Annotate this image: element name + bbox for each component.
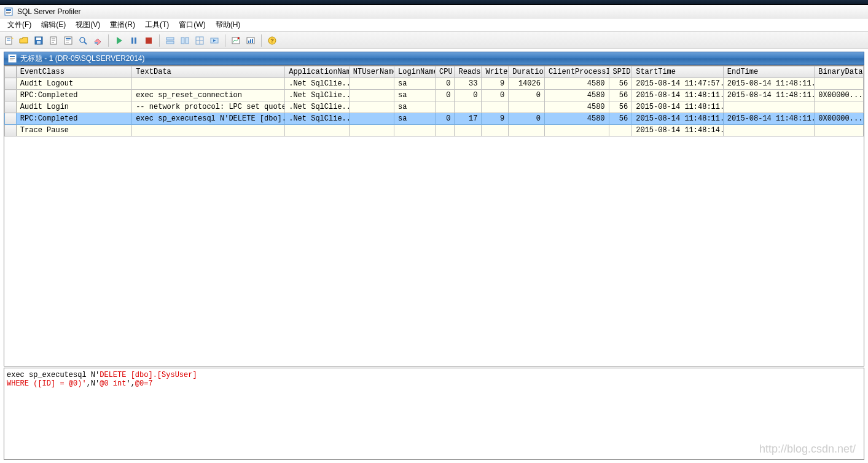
cell-EventClass: RPC:Completed <box>16 90 131 101</box>
help-icon[interactable]: ? <box>265 34 279 47</box>
row-head <box>5 90 17 101</box>
properties-icon[interactable] <box>61 34 75 47</box>
cell-NTUserName <box>349 90 394 101</box>
eraser-icon[interactable] <box>91 34 104 47</box>
svg-rect-9 <box>36 38 41 40</box>
svg-marker-23 <box>117 37 122 44</box>
svg-text:?: ? <box>270 38 274 44</box>
cell-EndTime <box>723 125 815 137</box>
cell-TextData <box>132 78 285 90</box>
svg-rect-25 <box>135 38 136 44</box>
find-icon[interactable] <box>76 34 90 47</box>
stop-icon[interactable] <box>142 34 155 47</box>
group2-icon[interactable] <box>178 34 192 47</box>
table-row[interactable]: Audit Logout.Net SqlClie...sa03391402645… <box>5 78 864 90</box>
column-header[interactable]: ClientProcessID <box>544 66 609 78</box>
detail-text-pane[interactable]: exec sp_executesql N'DELETE [dbo].[SysUs… <box>4 368 864 460</box>
svg-rect-3 <box>6 14 10 14</box>
cell-Duration <box>509 101 545 113</box>
document-title: 无标题 - 1 (DR-05\SQLSERVER2014) <box>20 53 145 64</box>
svg-rect-27 <box>166 38 174 40</box>
svg-line-20 <box>84 42 87 44</box>
cell-LoginName: sa <box>394 78 436 90</box>
menu-item[interactable]: 编辑(E) <box>36 18 71 31</box>
column-header[interactable]: LoginName <box>394 66 436 78</box>
svg-rect-16 <box>66 38 71 39</box>
cell-ApplicationName: .Net SqlClie... <box>285 113 350 125</box>
cell-StartTime: 2015-08-14 11:47:57... <box>632 78 724 90</box>
svg-rect-45 <box>10 56 15 57</box>
menu-item[interactable]: 帮助(H) <box>211 18 246 31</box>
cell-SPID <box>609 125 632 137</box>
cell-ApplicationName: .Net SqlClie... <box>285 78 350 90</box>
save-icon[interactable] <box>32 34 45 47</box>
column-header[interactable]: StartTime <box>632 66 724 78</box>
svg-rect-17 <box>66 41 69 41</box>
cell-NTUserName <box>349 78 394 90</box>
play-icon[interactable] <box>112 34 126 47</box>
menu-item[interactable]: 文件(F) <box>2 18 36 31</box>
cell-StartTime: 2015-08-14 11:48:11... <box>632 101 724 113</box>
open-icon[interactable] <box>17 34 31 47</box>
column-header[interactable]: EventClass <box>16 66 131 78</box>
cell-Writes <box>482 101 509 113</box>
menu-item[interactable]: 重播(R) <box>105 18 140 31</box>
trace-grid-panel: EventClassTextDataApplicationNameNTUserN… <box>4 65 864 366</box>
menu-item[interactable]: 窗口(W) <box>174 18 210 31</box>
cell-SPID: 56 <box>609 113 632 125</box>
cell-ClientProcessID: 4580 <box>544 78 609 90</box>
svg-point-19 <box>80 38 85 42</box>
cell-StartTime: 2015-08-14 11:48:11... <box>632 90 724 101</box>
column-header[interactable]: TextData <box>132 66 285 78</box>
cell-NTUserName <box>349 101 394 113</box>
svg-rect-47 <box>10 60 14 60</box>
svg-rect-1 <box>6 9 11 11</box>
column-header[interactable]: SPID <box>609 66 632 78</box>
toolbar-separator <box>225 34 225 47</box>
cell-Reads: 17 <box>455 113 482 125</box>
svg-rect-0 <box>5 8 12 15</box>
document-icon <box>8 54 17 63</box>
cell-EventClass: RPC:Completed <box>16 113 131 125</box>
cell-SPID: 56 <box>609 78 632 90</box>
cell-TextData: -- network protocol: LPC set quote... <box>132 101 285 113</box>
cell-StartTime: 2015-08-14 11:48:14... <box>632 125 724 137</box>
column-header[interactable]: NTUserName <box>349 66 394 78</box>
toolbar-separator <box>159 34 160 47</box>
tool6-icon[interactable] <box>244 34 257 47</box>
app-icon <box>4 7 14 17</box>
cell-LoginName: sa <box>394 113 436 125</box>
column-header[interactable]: Reads <box>455 66 482 78</box>
new-trace-icon[interactable] <box>2 34 16 47</box>
column-header[interactable]: EndTime <box>723 66 815 78</box>
pause-icon[interactable] <box>127 34 141 47</box>
file-icon[interactable] <box>47 34 60 47</box>
menubar: 文件(F)编辑(E)视图(V)重播(R)工具(T)窗口(W)帮助(H) <box>0 18 868 32</box>
grid-scroll[interactable]: EventClassTextDataApplicationNameNTUserN… <box>4 66 864 366</box>
svg-rect-40 <box>250 39 251 43</box>
row-head <box>5 78 17 90</box>
cell-BinaryData: 0X00000... <box>815 113 864 125</box>
group4-icon[interactable] <box>208 34 221 47</box>
titlebar: SQL Server Profiler <box>0 5 868 18</box>
svg-rect-24 <box>131 38 133 44</box>
svg-rect-29 <box>181 38 184 44</box>
cell-EventClass: Audit Logout <box>16 78 131 90</box>
column-header[interactable]: CPU <box>436 66 455 78</box>
group1-icon[interactable] <box>163 34 177 47</box>
column-header[interactable]: Duration <box>509 66 545 78</box>
cell-ClientProcessID: 4580 <box>544 113 609 125</box>
table-row[interactable]: RPC:Completedexec sp_reset_connection.Ne… <box>5 90 864 101</box>
cell-CPU: 0 <box>436 78 455 90</box>
svg-rect-22 <box>95 42 98 44</box>
column-header[interactable]: BinaryData <box>815 66 864 78</box>
column-header[interactable]: Writes <box>482 66 509 78</box>
menu-item[interactable]: 视图(V) <box>71 18 105 31</box>
table-row[interactable]: Trace Pause2015-08-14 11:48:14... <box>5 125 864 137</box>
group3-icon[interactable] <box>193 34 206 47</box>
tool5-icon[interactable] <box>229 34 243 47</box>
table-row[interactable]: Audit Login-- network protocol: LPC set … <box>5 101 864 113</box>
menu-item[interactable]: 工具(T) <box>140 18 174 31</box>
column-header[interactable]: ApplicationName <box>285 66 350 78</box>
table-row[interactable]: RPC:Completedexec sp_executesql N'DELETE… <box>5 113 864 125</box>
